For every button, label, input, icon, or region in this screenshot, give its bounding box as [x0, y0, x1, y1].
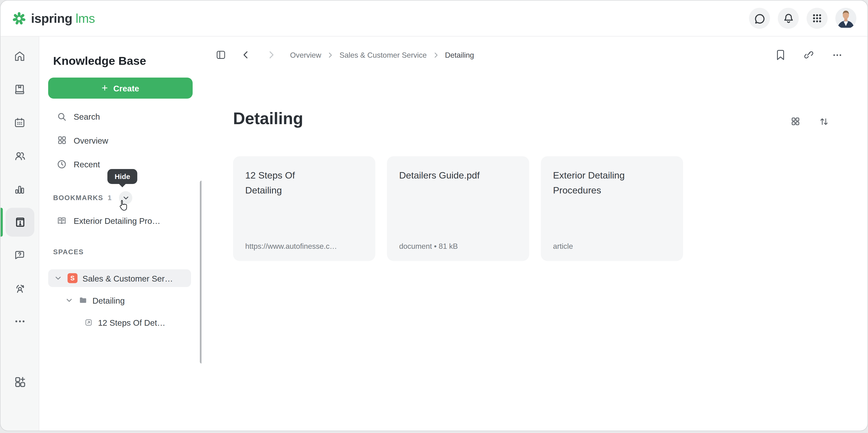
card-grid: 12 Steps Of Detailing https://www.autofi… — [233, 156, 683, 261]
create-button-label: Create — [113, 83, 139, 93]
hide-tooltip: Hide — [107, 169, 137, 184]
sort-icon — [819, 116, 829, 127]
rail-mentoring-button[interactable] — [8, 277, 31, 299]
card-title: 12 Steps Of Detailing — [245, 168, 333, 198]
app-window: ispring lms — [0, 0, 868, 431]
create-button[interactable]: + Create — [48, 78, 193, 99]
apps-grid-icon — [811, 13, 823, 24]
card-title: Detailers Guide.pdf — [399, 168, 487, 183]
apps-button[interactable] — [807, 8, 828, 29]
rail-reports-button[interactable] — [8, 178, 31, 200]
spaces-section-header: SPACES — [53, 248, 84, 256]
bookmark-item-label: Exterior Detailing Pro… — [73, 216, 160, 225]
bookmark-item-exterior-detailing[interactable]: Exterior Detailing Pro… — [48, 211, 193, 230]
copy-link-button[interactable] — [803, 49, 814, 61]
rail-add-apps-button[interactable] — [8, 371, 31, 393]
page-row-label: 12 Steps Of Det… — [98, 318, 165, 327]
card-12-steps-of-detailing[interactable]: 12 Steps Of Detailing https://www.autofi… — [233, 156, 375, 261]
breadcrumb-bar: Overview Sales & Customer Service Detail… — [215, 47, 843, 63]
bell-icon — [782, 12, 794, 24]
space-row-sales-customer-service[interactable]: S Sales & Customer Ser… — [48, 269, 191, 287]
user-avatar[interactable] — [835, 8, 857, 29]
sidebar-toggle-button[interactable] — [215, 49, 226, 61]
external-link-icon — [84, 318, 93, 327]
sidebar-item-label: Recent — [73, 159, 100, 169]
sidebar-item-overview[interactable]: Overview — [48, 131, 193, 149]
page-actions — [776, 49, 842, 61]
more-menu-button[interactable] — [832, 50, 842, 60]
more-dots-icon — [13, 315, 26, 327]
plus-icon: + — [102, 83, 108, 93]
folder-row-label: Detailing — [92, 295, 125, 305]
open-book-icon — [57, 215, 67, 226]
rail-active-accent — [0, 208, 3, 236]
knowledge-base-icon — [13, 215, 26, 229]
ispring-logo[interactable]: ispring lms — [11, 11, 95, 26]
rail-feedback-button[interactable] — [8, 244, 31, 266]
rail-library-button[interactable] — [8, 78, 31, 100]
rail-people-button[interactable] — [8, 145, 31, 167]
home-icon — [13, 50, 26, 62]
breadcrumb-separator-icon — [433, 52, 439, 58]
rail-calendar-button[interactable] — [8, 111, 31, 134]
space-badge: S — [68, 273, 78, 283]
chevron-down-icon[interactable] — [55, 275, 61, 282]
ispring-flower-icon — [11, 11, 27, 26]
left-rail — [0, 36, 39, 431]
bookmarks-count: 1 — [108, 194, 112, 202]
logo-product-text: lms — [76, 11, 95, 26]
forward-button[interactable] — [267, 50, 276, 59]
bookmark-button[interactable] — [776, 49, 785, 61]
card-meta: https://www.autofinesse.c… — [245, 242, 337, 251]
screen: ispring lms — [0, 0, 868, 433]
top-bar: ispring lms — [0, 0, 867, 36]
calendar-icon — [13, 116, 26, 129]
chevron-right-icon — [267, 50, 276, 59]
sidebar-title: Knowledge Base — [53, 54, 146, 68]
breadcrumb-separator-icon — [327, 52, 334, 58]
breadcrumb-item-sales-customer-service[interactable]: Sales & Customer Service — [339, 51, 427, 59]
sidebar: Knowledge Base + Create Search — [39, 36, 202, 431]
chat-button[interactable] — [749, 8, 770, 29]
sidebar-item-label: Overview — [73, 136, 108, 145]
bookmark-icon — [776, 49, 785, 61]
feedback-question-icon — [13, 249, 26, 261]
grid-view-button[interactable] — [790, 116, 800, 127]
view-actions — [790, 116, 829, 127]
sidebar-item-search[interactable]: Search — [48, 107, 193, 125]
rail-home-button[interactable] — [8, 45, 31, 67]
library-book-icon — [13, 83, 26, 96]
page-title: Detailing — [233, 109, 303, 128]
bookmarks-label: BOOKMARKS — [53, 194, 103, 202]
space-row-label: Sales & Customer Ser… — [83, 273, 173, 283]
folder-icon — [79, 296, 87, 305]
notifications-button[interactable] — [778, 8, 799, 29]
breadcrumb: Overview Sales & Customer Service Detail… — [290, 51, 474, 59]
card-exterior-detailing-procedures[interactable]: Exterior Detailing Procedures article — [541, 156, 683, 261]
more-dots-icon — [832, 50, 842, 60]
rail-knowledge-base-button[interactable] — [8, 211, 31, 233]
sidebar-item-label: Search — [73, 112, 100, 121]
breadcrumb-item-overview[interactable]: Overview — [290, 51, 321, 59]
search-icon — [57, 111, 67, 121]
folder-row-detailing[interactable]: Detailing — [48, 291, 191, 309]
spaces-label: SPACES — [53, 248, 84, 256]
page-row-12-steps[interactable]: 12 Steps Of Det… — [48, 314, 191, 331]
recent-clock-icon — [57, 159, 67, 169]
chat-icon — [754, 12, 765, 24]
card-title: Exterior Detailing Procedures — [553, 168, 641, 198]
overview-grid-icon — [57, 135, 67, 145]
chevron-down-icon[interactable] — [66, 297, 72, 304]
back-button[interactable] — [241, 50, 250, 59]
main-panel: Overview Sales & Customer Service Detail… — [202, 36, 868, 431]
topbar-actions — [749, 8, 857, 29]
copy-link-icon — [803, 49, 814, 61]
grid-view-icon — [790, 116, 800, 126]
sidebar-toggle-icon — [215, 49, 226, 61]
bookmarks-section-header: BOOKMARKS 1 — [53, 191, 132, 204]
sort-button[interactable] — [819, 116, 829, 127]
chevron-left-icon — [241, 50, 250, 59]
rail-more-button[interactable] — [8, 310, 31, 333]
card-detailers-guide[interactable]: Detailers Guide.pdf document • 81 kB — [387, 156, 529, 261]
bookmarks-collapse-button[interactable] — [119, 191, 132, 204]
